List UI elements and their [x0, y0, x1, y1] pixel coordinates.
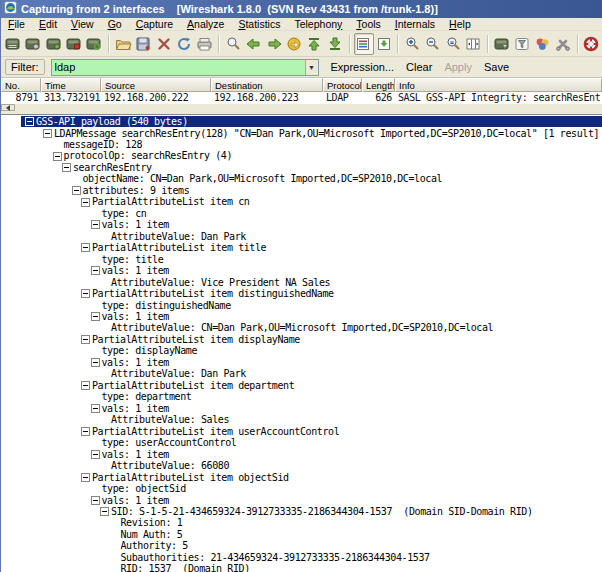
list-interfaces-button[interactable]: [3, 33, 23, 55]
preferences-button[interactable]: [553, 33, 573, 55]
tree-row[interactable]: vals: 1 item: [1, 265, 602, 276]
column-header-time[interactable]: Time: [41, 78, 101, 92]
menu-go[interactable]: Go: [101, 18, 129, 31]
help-button[interactable]: [582, 33, 602, 55]
tree-row[interactable]: Subauthorities: 21-434659324-3912733335-…: [1, 552, 602, 563]
go-back-button[interactable]: [243, 33, 263, 55]
tree-collapse-icon[interactable]: [72, 186, 81, 195]
auto-scroll-button[interactable]: [374, 33, 394, 55]
tree-collapse-icon[interactable]: [91, 404, 100, 413]
filter-input[interactable]: [52, 60, 305, 75]
tree-collapse-icon[interactable]: [81, 473, 90, 482]
tree-row[interactable]: vals: 1 item: [1, 494, 602, 505]
column-header-length[interactable]: Length: [362, 78, 395, 92]
packet-cell-length[interactable]: 626: [362, 92, 395, 103]
packet-cell-time[interactable]: 313.732191: [41, 92, 101, 103]
zoom-out-button[interactable]: [423, 33, 443, 55]
tree-row[interactable]: PartialAttributeList item displayName: [1, 334, 602, 345]
go-to-packet-button[interactable]: [284, 33, 304, 55]
tree-row[interactable]: protocolOp: searchResEntry (4): [1, 150, 602, 161]
colorize-button[interactable]: [354, 33, 374, 55]
filter-save-button[interactable]: Save: [478, 60, 515, 74]
scroll-left-icon[interactable]: [1, 104, 15, 111]
capture-restart-button[interactable]: [85, 33, 105, 55]
tree-row[interactable]: type: title: [1, 254, 602, 265]
tree-row[interactable]: AttributeValue: 66080: [1, 460, 602, 471]
tree-row[interactable]: vals: 1 item: [1, 311, 602, 322]
reload-button[interactable]: [174, 33, 194, 55]
tree-row[interactable]: Authority: 5: [1, 540, 602, 551]
tree-collapse-icon[interactable]: [62, 163, 71, 172]
menu-edit[interactable]: Edit: [32, 18, 64, 31]
column-header-source[interactable]: Source: [101, 78, 211, 92]
menu-internals[interactable]: Internals: [388, 18, 442, 31]
tree-row[interactable]: type: distinguishedName: [1, 300, 602, 311]
tree-row[interactable]: attributes: 9 items: [1, 185, 602, 196]
tree-collapse-icon[interactable]: [81, 381, 90, 390]
tree-row[interactable]: PartialAttributeList item userAccountCon…: [1, 426, 602, 437]
tree-row[interactable]: type: cn: [1, 208, 602, 219]
menu-file[interactable]: File: [1, 18, 32, 31]
packet-cell-no[interactable]: 8791: [1, 92, 41, 103]
zoom-100-button[interactable]: [443, 33, 463, 55]
tree-collapse-icon[interactable]: [53, 152, 62, 161]
tree-collapse-icon[interactable]: [25, 117, 34, 126]
tree-row[interactable]: vals: 1 item: [1, 219, 602, 230]
tree-row[interactable]: PartialAttributeList item department: [1, 380, 602, 391]
tree-collapse-icon[interactable]: [81, 335, 90, 344]
tree-row[interactable]: type: objectSid: [1, 483, 602, 494]
tree-collapse-icon[interactable]: [81, 289, 90, 298]
go-to-bottom-button[interactable]: [325, 33, 345, 55]
packet-list-hscrollbar[interactable]: [1, 103, 602, 111]
tree-row[interactable]: AttributeValue: Dan Park: [1, 231, 602, 242]
menu-statistics[interactable]: Statistics: [231, 18, 287, 31]
tree-collapse-icon[interactable]: [100, 507, 109, 516]
packet-cell-protocol[interactable]: LDAP: [323, 92, 362, 103]
tree-row[interactable]: PartialAttributeList item title: [1, 242, 602, 253]
tree-row[interactable]: vals: 1 item: [1, 403, 602, 414]
filter-button[interactable]: Filter:: [5, 59, 45, 75]
tree-collapse-icon[interactable]: [91, 266, 100, 275]
tree-row[interactable]: RID: 1537 (Domain RID): [1, 563, 602, 572]
tree-collapse-icon[interactable]: [91, 358, 100, 367]
close-file-button[interactable]: [154, 33, 174, 55]
tree-row[interactable]: Revision: 1: [1, 517, 602, 528]
display-filter-button[interactable]: [512, 33, 532, 55]
tree-row[interactable]: type: displayName: [1, 345, 602, 356]
capture-filter-button[interactable]: [492, 33, 512, 55]
menu-view[interactable]: View: [64, 18, 101, 31]
go-to-top-button[interactable]: [305, 33, 325, 55]
tree-row[interactable]: PartialAttributeList item distinguishedN…: [1, 288, 602, 299]
print-button[interactable]: [195, 33, 215, 55]
tree-row[interactable]: GSS-API payload (540 bytes): [1, 116, 602, 127]
tree-collapse-icon[interactable]: [91, 312, 100, 321]
save-file-button[interactable]: [133, 33, 153, 55]
tree-collapse-icon[interactable]: [91, 220, 100, 229]
menu-capture[interactable]: Capture: [129, 18, 180, 31]
tree-row[interactable]: AttributeValue: Dan Park: [1, 368, 602, 379]
tree-row[interactable]: type: department: [1, 391, 602, 402]
filter-apply-button[interactable]: Apply: [438, 60, 478, 74]
tree-collapse-icon[interactable]: [91, 496, 100, 505]
tree-row[interactable]: searchResEntry: [1, 162, 602, 173]
filter-dropdown-icon[interactable]: ▼: [305, 60, 318, 75]
zoom-in-button[interactable]: [402, 33, 422, 55]
column-header-no[interactable]: No.: [1, 78, 41, 92]
tree-collapse-icon[interactable]: [43, 129, 52, 138]
open-file-button[interactable]: [113, 33, 133, 55]
column-header-info[interactable]: Info: [395, 78, 602, 92]
column-header-protocol[interactable]: Protocol: [323, 78, 362, 92]
menu-tools[interactable]: Tools: [349, 18, 388, 31]
go-forward-button[interactable]: [264, 33, 284, 55]
tree-row[interactable]: SID: S-1-5-21-434659324-3912733335-21863…: [1, 506, 602, 517]
menu-telephony[interactable]: Telephony: [287, 18, 349, 31]
filter-clear-button[interactable]: Clear: [400, 60, 438, 74]
resize-columns-button[interactable]: [464, 33, 484, 55]
tree-row[interactable]: LDAPMessage searchResEntry(128) "CN=Dan …: [1, 127, 602, 138]
packet-cell-destination[interactable]: 192.168.200.223: [211, 92, 323, 103]
tree-collapse-icon[interactable]: [81, 243, 90, 252]
capture-options-button[interactable]: [23, 33, 43, 55]
tree-row[interactable]: type: userAccountControl: [1, 437, 602, 448]
tree-row[interactable]: AttributeValue: Vice President NA Sales: [1, 277, 602, 288]
tree-row[interactable]: AttributeValue: Sales: [1, 414, 602, 425]
